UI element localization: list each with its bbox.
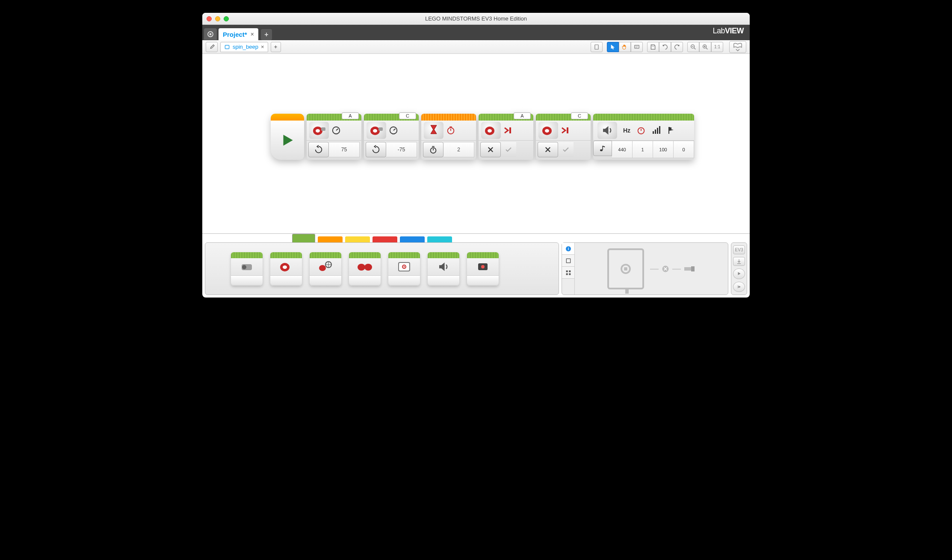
duration-value[interactable]: 1 bbox=[633, 141, 653, 158]
palette-area bbox=[202, 234, 562, 298]
power-value[interactable]: 75 bbox=[329, 142, 360, 157]
palette-tab-data[interactable] bbox=[373, 236, 397, 242]
svg-point-21 bbox=[373, 129, 377, 133]
mode-tone-button[interactable] bbox=[593, 141, 612, 156]
large-motor-icon bbox=[538, 122, 558, 139]
large-motor-block-c-off[interactable]: C bbox=[536, 114, 591, 160]
hz-label: Hz bbox=[623, 127, 630, 134]
content-editor-button[interactable] bbox=[729, 41, 746, 53]
port-label[interactable]: A bbox=[514, 112, 531, 119]
info-icon: i bbox=[565, 245, 572, 252]
close-program-icon[interactable]: × bbox=[261, 44, 264, 50]
large-motor-block-a-on[interactable]: A 75 bbox=[307, 114, 361, 160]
volume-value[interactable]: 100 bbox=[653, 141, 674, 158]
hw-tab-available[interactable] bbox=[562, 267, 574, 279]
zoom-reset-button[interactable]: 1:1 bbox=[711, 42, 723, 52]
run-selected-button[interactable] bbox=[733, 282, 745, 292]
block-sequence: A 75 C bbox=[271, 114, 694, 160]
seconds-value[interactable]: 2 bbox=[443, 142, 474, 157]
brick-graphic bbox=[607, 248, 644, 289]
run-button[interactable] bbox=[733, 268, 745, 279]
palette-sound[interactable] bbox=[428, 252, 459, 286]
loop-icon bbox=[371, 145, 381, 154]
x-circle-icon bbox=[661, 265, 670, 273]
power-value[interactable]: -75 bbox=[386, 142, 417, 157]
comment-tool-button[interactable] bbox=[631, 42, 643, 52]
mode-off-button[interactable] bbox=[538, 142, 558, 157]
palette-brick-status-light[interactable] bbox=[467, 252, 499, 286]
project-tab[interactable]: Project* × bbox=[219, 28, 258, 40]
volume-icon bbox=[652, 126, 661, 135]
wait-block[interactable]: 2 bbox=[421, 114, 476, 160]
svg-rect-17 bbox=[321, 127, 325, 131]
palette-large-motor[interactable] bbox=[270, 252, 302, 286]
play-type-value[interactable]: 0 bbox=[674, 141, 694, 158]
palette-category-tabs bbox=[202, 234, 562, 242]
svg-point-32 bbox=[488, 129, 492, 133]
zoom-in-button[interactable] bbox=[699, 42, 711, 52]
download-button[interactable] bbox=[733, 257, 745, 266]
sound-block[interactable]: Hz 440 1 100 0 bbox=[593, 114, 694, 160]
redo-button[interactable] bbox=[671, 42, 683, 52]
frequency-value[interactable]: 440 bbox=[612, 141, 633, 158]
svg-point-53 bbox=[283, 265, 287, 269]
stopwatch-icon bbox=[429, 145, 438, 154]
mode-off-button[interactable] bbox=[480, 142, 501, 157]
hw-tab-ports[interactable] bbox=[562, 255, 574, 267]
large-motor-block-a-off[interactable]: A bbox=[479, 114, 533, 160]
check-icon bbox=[505, 146, 512, 153]
start-block[interactable] bbox=[271, 114, 304, 160]
mode-on-button[interactable] bbox=[308, 142, 329, 157]
palette-tab-myblocks[interactable] bbox=[427, 236, 452, 242]
palette-tab-action[interactable] bbox=[292, 234, 315, 242]
svg-point-59 bbox=[364, 264, 372, 271]
port-label[interactable]: C bbox=[571, 112, 588, 119]
svg-point-16 bbox=[316, 129, 320, 133]
program-icon bbox=[224, 44, 230, 50]
zoom-out-button[interactable] bbox=[687, 42, 699, 52]
svg-rect-33 bbox=[509, 127, 511, 133]
programming-canvas[interactable]: A 75 C bbox=[202, 54, 750, 233]
project-properties-button[interactable] bbox=[206, 42, 218, 52]
svg-point-48 bbox=[600, 149, 603, 151]
brake-check[interactable] bbox=[501, 142, 516, 157]
mode-on-button[interactable] bbox=[366, 142, 386, 157]
window-title: LEGO MINDSTORMS EV3 Home Edition bbox=[202, 15, 750, 22]
svg-rect-73 bbox=[624, 267, 627, 271]
port-label[interactable]: A bbox=[342, 112, 359, 119]
svg-text:i: i bbox=[568, 247, 569, 251]
undo-button[interactable] bbox=[659, 42, 671, 52]
speed-icon bbox=[388, 125, 399, 136]
port-label[interactable]: C bbox=[399, 112, 416, 119]
book-icon bbox=[733, 43, 742, 49]
palette-medium-motor[interactable] bbox=[231, 252, 263, 286]
palette-move-steering[interactable] bbox=[310, 252, 341, 286]
svg-rect-68 bbox=[566, 270, 568, 272]
svg-point-41 bbox=[638, 128, 645, 134]
palette-tab-sensor[interactable] bbox=[345, 236, 370, 242]
palette-display[interactable] bbox=[388, 252, 420, 286]
bottom-panel: i — — EV3 bbox=[202, 233, 750, 298]
hw-tab-info[interactable]: i bbox=[562, 243, 574, 255]
pan-tool-button[interactable] bbox=[619, 42, 631, 52]
palette-tab-flow[interactable] bbox=[318, 236, 343, 242]
program-tab[interactable]: spin_beep × bbox=[220, 42, 268, 52]
svg-point-54 bbox=[319, 265, 326, 271]
add-program-button[interactable]: + bbox=[271, 42, 281, 52]
lobby-button[interactable] bbox=[204, 28, 217, 40]
brake-check[interactable] bbox=[558, 142, 574, 157]
play-bracket-icon bbox=[736, 284, 742, 289]
svg-rect-38 bbox=[567, 127, 568, 133]
mode-time-button[interactable] bbox=[423, 142, 443, 157]
close-project-icon[interactable]: × bbox=[251, 31, 254, 38]
select-tool-button[interactable] bbox=[607, 42, 619, 52]
add-project-button[interactable]: + bbox=[261, 29, 272, 40]
palette-tab-advanced[interactable] bbox=[400, 236, 425, 242]
palette-move-tank[interactable] bbox=[349, 252, 381, 286]
loop-icon bbox=[314, 145, 323, 154]
svg-point-25 bbox=[448, 128, 454, 134]
save-button[interactable] bbox=[647, 42, 659, 52]
large-motor-block-c-on[interactable]: C -75 bbox=[364, 114, 419, 160]
document-button[interactable] bbox=[591, 42, 603, 52]
file-tool-group bbox=[647, 42, 683, 52]
